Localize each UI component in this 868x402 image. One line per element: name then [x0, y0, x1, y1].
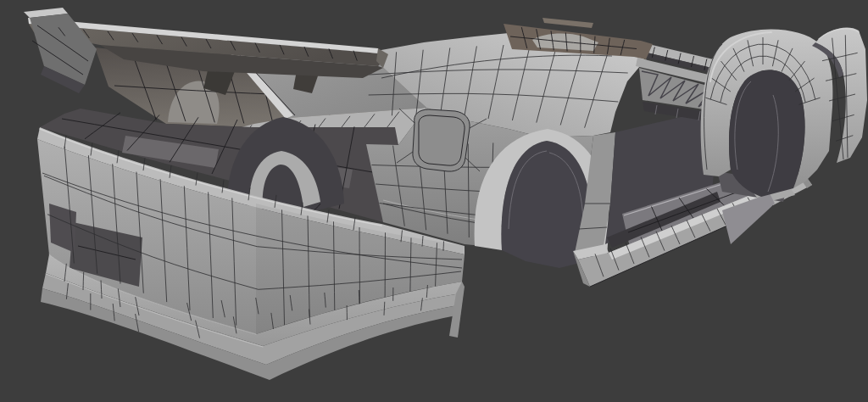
front-fender[interactable]: [701, 30, 833, 197]
front-wheel-arch-opening: [729, 70, 805, 197]
3d-viewport[interactable]: Monochrome solid-shaded 3D viewport show…: [0, 0, 868, 402]
fuel-door-panel: [413, 109, 470, 171]
car-body-mesh: Monochrome solid-shaded 3D viewport show…: [0, 0, 868, 402]
